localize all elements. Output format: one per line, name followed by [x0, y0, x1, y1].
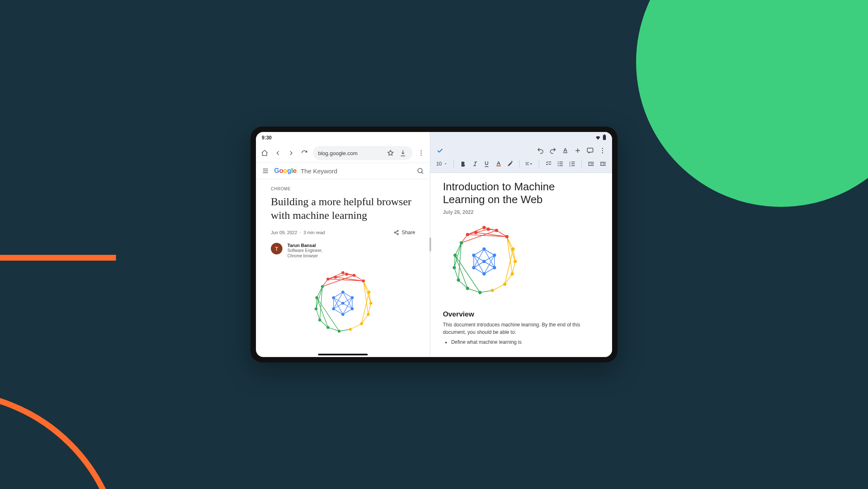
- search-icon[interactable]: [416, 166, 425, 175]
- author-role: Software Engineer, Chrome browser: [287, 248, 337, 259]
- svg-point-36: [602, 152, 603, 153]
- address-bar[interactable]: blog.google.com: [313, 146, 412, 160]
- svg-point-20: [315, 307, 318, 310]
- forward-icon[interactable]: [287, 149, 296, 158]
- svg-point-28: [332, 307, 335, 310]
- svg-point-0: [421, 151, 422, 151]
- svg-point-73: [482, 260, 486, 263]
- svg-point-26: [351, 307, 354, 310]
- article-body: CHROME Building a more helpful browser w…: [256, 179, 430, 340]
- svg-point-56: [511, 247, 515, 251]
- bg-decor-orange-line: [0, 255, 116, 261]
- chrome-toolbar: blog.google.com: [256, 144, 430, 163]
- battery-icon: [603, 134, 606, 141]
- overflow-menu-icon[interactable]: [598, 146, 607, 155]
- numbered-list-icon[interactable]: 123: [568, 159, 576, 168]
- svg-point-25: [351, 296, 354, 299]
- home-icon[interactable]: [260, 149, 269, 158]
- svg-rect-33: [587, 148, 593, 152]
- article-category: CHROME: [271, 187, 415, 191]
- svg-point-16: [360, 322, 363, 325]
- done-check-icon[interactable]: [435, 146, 444, 155]
- svg-point-13: [368, 290, 371, 293]
- svg-point-53: [474, 231, 477, 234]
- svg-point-7: [342, 271, 345, 274]
- reload-icon[interactable]: [300, 149, 309, 158]
- article-hero-image: [271, 266, 415, 340]
- svg-rect-49: [571, 165, 574, 166]
- highlight-icon[interactable]: [506, 159, 515, 168]
- underline-icon[interactable]: [482, 159, 491, 168]
- article-meta: Jun 09, 2022 · 3 min read Share: [271, 230, 415, 235]
- svg-point-60: [491, 289, 494, 292]
- svg-rect-43: [559, 165, 563, 166]
- download-icon[interactable]: [398, 149, 407, 158]
- svg-point-38: [558, 161, 559, 162]
- font-size-value: 10: [436, 161, 441, 167]
- doc-heading-overview: Overview: [443, 310, 600, 319]
- svg-point-71: [472, 266, 475, 269]
- insert-icon[interactable]: [573, 146, 582, 155]
- svg-point-54: [466, 233, 469, 236]
- document-body[interactable]: Introduction to Machine Learning on the …: [430, 173, 612, 357]
- tablet-screen: 9:30 blog.google.com: [256, 132, 612, 357]
- svg-point-50: [482, 226, 486, 229]
- indent-icon[interactable]: [598, 159, 607, 168]
- svg-point-62: [453, 254, 457, 257]
- bullet-list-icon[interactable]: [556, 159, 565, 168]
- svg-point-66: [478, 291, 482, 294]
- font-size-selector[interactable]: 10: [435, 161, 448, 167]
- back-icon[interactable]: [273, 149, 282, 158]
- doc-hero-image: [443, 220, 600, 304]
- outdent-icon[interactable]: [587, 159, 596, 168]
- svg-point-10: [334, 276, 337, 278]
- align-icon[interactable]: [525, 159, 534, 168]
- svg-rect-41: [559, 162, 563, 163]
- svg-point-69: [493, 266, 496, 269]
- pane-docs: 10 123 Introduction to: [430, 132, 612, 357]
- svg-point-8: [353, 274, 356, 277]
- svg-rect-37: [496, 165, 501, 166]
- overflow-menu-icon[interactable]: [417, 149, 426, 158]
- doc-bullet-list: Define what machine learning is: [443, 339, 600, 345]
- svg-point-11: [327, 278, 330, 280]
- status-bar-left: 9:30: [256, 132, 430, 144]
- text-format-icon[interactable]: [561, 146, 570, 155]
- svg-rect-48: [571, 163, 574, 164]
- svg-point-59: [503, 283, 506, 286]
- comment-icon[interactable]: [586, 146, 595, 155]
- svg-point-39: [558, 163, 559, 164]
- doc-title: Introduction to Machine Learning on the …: [443, 180, 600, 206]
- split-drag-handle[interactable]: [429, 237, 431, 252]
- svg-point-72: [472, 254, 475, 257]
- star-icon[interactable]: [386, 149, 395, 158]
- text-color-icon[interactable]: [494, 159, 503, 168]
- undo-icon[interactable]: [536, 146, 545, 155]
- author-name: Tarun Bansal: [287, 243, 337, 248]
- svg-point-51: [495, 229, 498, 232]
- svg-point-68: [493, 254, 496, 257]
- svg-point-22: [327, 326, 330, 329]
- bold-icon[interactable]: [459, 159, 468, 168]
- status-time: 9:30: [262, 135, 272, 141]
- nav-handle[interactable]: [318, 354, 368, 355]
- wifi-icon: [595, 135, 601, 141]
- svg-point-70: [482, 272, 486, 276]
- italic-icon[interactable]: [470, 159, 479, 168]
- svg-point-24: [342, 290, 345, 293]
- menu-icon[interactable]: [261, 166, 270, 175]
- svg-rect-32: [604, 134, 605, 135]
- docs-toolbar-formatting: 10 123: [430, 158, 612, 173]
- site-name: The Keyword: [301, 168, 337, 175]
- doc-intro-paragraph: This document introduces machine learnin…: [443, 321, 600, 336]
- svg-point-57: [514, 260, 517, 263]
- avatar: T: [271, 243, 282, 254]
- checklist-icon[interactable]: [544, 159, 553, 168]
- redo-icon[interactable]: [548, 146, 557, 155]
- share-button[interactable]: Share: [393, 230, 415, 235]
- svg-point-30: [342, 302, 345, 304]
- share-label: Share: [402, 230, 415, 235]
- svg-point-63: [453, 266, 456, 269]
- blog-header: Google The Keyword: [256, 163, 430, 179]
- status-bar-right: [430, 132, 612, 144]
